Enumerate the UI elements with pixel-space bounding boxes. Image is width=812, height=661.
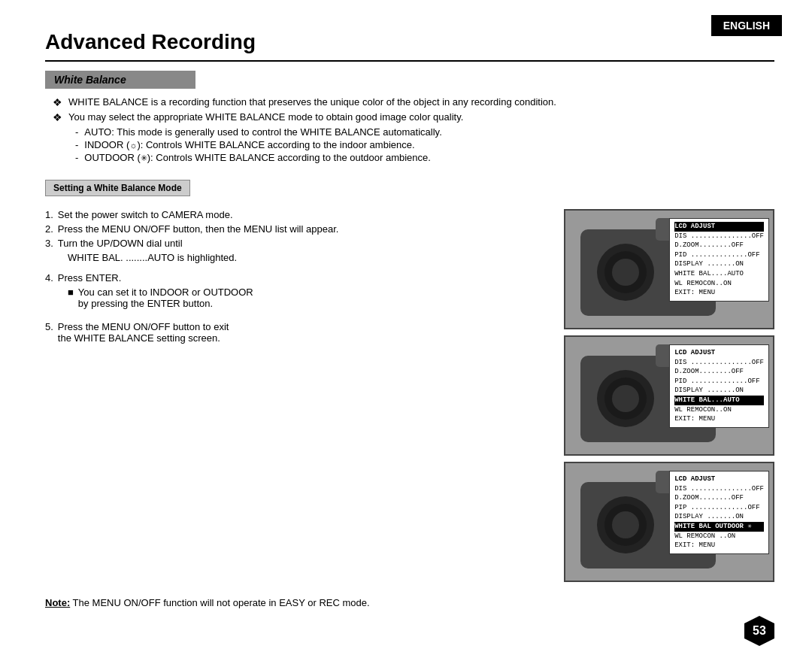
image-block-3: LCD ADJUST DIS ...............OFF D.ZOOM…: [564, 462, 774, 582]
menu-title-1: LCD ADJUST: [674, 222, 764, 232]
svg-point-4: [612, 259, 639, 286]
step-3-indent: WHITE BAL. ........AUTO is highlighted.: [68, 252, 549, 263]
menu-item-2-4: DISPLAY .......ON: [674, 386, 764, 396]
step-4-sub: ■ You can set it to INDOOR or OUTDOORby …: [68, 287, 549, 309]
sub-dash-3: -: [75, 152, 78, 163]
step-5: 5. Press the MENU ON/OFF button to exitt…: [45, 321, 549, 344]
menu-item-2-1: DIS ...............OFF: [674, 358, 764, 368]
step-4-sub-text: You can set it to INDOOR or OUTDOORby pr…: [78, 287, 253, 309]
step-4: 4. Press ENTER.: [45, 272, 549, 284]
sub-text-1: AUTO: This mode is generally used to con…: [84, 126, 441, 138]
menu-item-3-4: DISPLAY .......ON: [674, 512, 764, 522]
text-column: 1. Set the power switch to CAMERA mode. …: [45, 209, 549, 582]
english-badge: ENGLISH: [711, 15, 782, 36]
menu-item-3-7: EXIT: MENU: [674, 541, 764, 550]
menu-item-1-2: D.ZOOM........OFF: [674, 241, 764, 250]
square-sym: ■: [68, 287, 74, 298]
step-1-text: Set the power switch to CAMERA mode.: [58, 209, 233, 220]
page-number: 53: [744, 616, 774, 646]
menu-box-1: LCD ADJUST DIS ...............OFF D.ZOOM…: [669, 218, 769, 302]
menu-item-1-4: DISPLAY .......ON: [674, 259, 764, 269]
menu-item-3-2: D.ZOOM........OFF: [674, 493, 764, 503]
image-block-2: LCD ADJUST DIS ...............OFF D.ZOOM…: [564, 335, 774, 456]
menu-item-1-3: PID ..............OFF: [674, 250, 764, 260]
bullet-text-2: You may select the appropriate WHITE BAL…: [68, 111, 463, 123]
step-5-num: 5.: [45, 321, 53, 344]
images-column: LCD ADJUST DIS ...............OFF D.ZOOM…: [564, 209, 774, 582]
section-header: White Balance: [45, 71, 195, 89]
sub-bullet-3: - OUTDOOR (✳): Controls WHITE BALANCE ac…: [75, 152, 774, 163]
menu-item-2-6: WL REMOCON..ON: [674, 405, 764, 415]
menu-item-2-3: PID ..............OFF: [674, 377, 764, 387]
image-block-1: LCD ADJUST DIS ...............OFF D.ZOOM…: [564, 209, 774, 329]
bullet-item-2: ❖ You may select the appropriate WHITE B…: [53, 111, 774, 123]
menu-item-1-7: EXIT: MENU: [674, 288, 764, 298]
camera-image-3: LCD ADJUST DIS ...............OFF D.ZOOM…: [564, 462, 774, 582]
camera-image-1: LCD ADJUST DIS ...............OFF D.ZOOM…: [564, 209, 774, 329]
page-container: ENGLISH Advanced Recording White Balance…: [0, 0, 812, 661]
step-1-num: 1.: [45, 209, 53, 220]
note-section: Note: The MENU ON/OFF function will not …: [45, 597, 774, 608]
menu-item-3-5: WHITE BAL OUTDOOR ✳: [674, 522, 764, 532]
menu-item-2-2: D.ZOOM........OFF: [674, 367, 764, 377]
page-title: Advanced Recording: [45, 30, 774, 54]
bullet-text-1: WHITE BALANCE is a recording function th…: [68, 96, 556, 108]
sub-text-2: INDOOR (☼): Controls WHITE BALANCE accor…: [84, 139, 414, 150]
step-2-num: 2.: [45, 223, 53, 235]
bullet-symbol-2: ❖: [53, 111, 62, 123]
step-3-num: 3.: [45, 238, 53, 249]
step-3: 3. Turn the UP/DOWN dial until: [45, 238, 549, 249]
menu-item-1-5: WHITE BAL....AUTO: [674, 269, 764, 279]
sub-text-3: OUTDOOR (✳): Controls WHITE BALANCE acco…: [84, 152, 431, 163]
step-1: 1. Set the power switch to CAMERA mode.: [45, 209, 549, 220]
note-text: The MENU ON/OFF function will not operat…: [73, 597, 370, 608]
sub-bullet-2: - INDOOR (☼): Controls WHITE BALANCE acc…: [75, 139, 774, 150]
setting-subheader: Setting a White Balance Mode: [45, 180, 190, 196]
step-3-text: Turn the UP/DOWN dial until: [58, 238, 183, 249]
svg-point-14: [612, 385, 639, 412]
step-4-text: Press ENTER.: [58, 272, 122, 284]
menu-item-1-1: DIS ...............OFF: [674, 232, 764, 241]
menu-item-3-1: DIS ...............OFF: [674, 484, 764, 494]
menu-item-2-7: EXIT: MENU: [674, 414, 764, 424]
step-2: 2. Press the MENU ON/OFF button, then th…: [45, 223, 549, 235]
menu-item-3-3: PIP ..............OFF: [674, 503, 764, 513]
menu-box-3: LCD ADJUST DIS ...............OFF D.ZOOM…: [669, 471, 769, 554]
step-2-text: Press the MENU ON/OFF button, then the M…: [58, 223, 339, 235]
step-4-num: 4.: [45, 272, 53, 284]
bullet-symbol-1: ❖: [53, 96, 62, 108]
sub-bullet-1: - AUTO: This mode is generally used to c…: [75, 126, 774, 138]
menu-item-3-6: WL REMOCON ..ON: [674, 532, 764, 541]
note-label: Note:: [45, 597, 70, 608]
menu-item-2-5: WHITE BAL...AUTO: [674, 396, 764, 405]
menu-item-1-6: WL REMOCON..ON: [674, 279, 764, 289]
bullet-item-1: ❖ WHITE BALANCE is a recording function …: [53, 96, 774, 108]
menu-title-2: LCD ADJUST: [674, 348, 764, 358]
menu-title-3: LCD ADJUST: [674, 475, 764, 484]
title-divider: [45, 60, 774, 62]
menu-box-2: LCD ADJUST DIS ...............OFF D.ZOOM…: [669, 344, 769, 428]
sub-dash-1: -: [75, 126, 78, 138]
step-5-text: Press the MENU ON/OFF button to exitthe …: [58, 321, 229, 344]
camera-image-2: LCD ADJUST DIS ...............OFF D.ZOOM…: [564, 335, 774, 456]
sub-dash-2: -: [75, 139, 78, 150]
content-area: 1. Set the power switch to CAMERA mode. …: [45, 209, 774, 582]
svg-point-24: [612, 511, 639, 538]
intro-bullets: ❖ WHITE BALANCE is a recording function …: [53, 96, 774, 163]
